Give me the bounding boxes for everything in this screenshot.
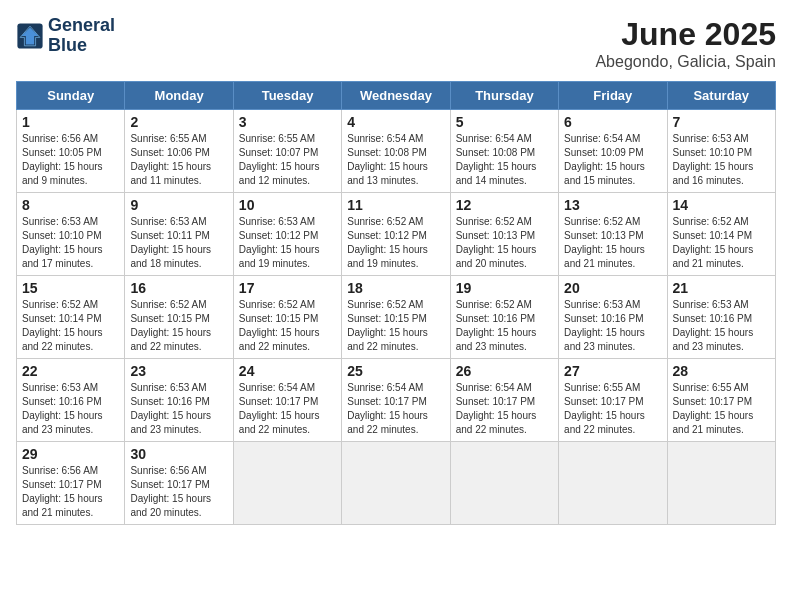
table-row: 24Sunrise: 6:54 AMSunset: 10:17 PMDaylig… [233,359,341,442]
day-info: Sunrise: 6:52 AMSunset: 10:15 PMDaylight… [239,298,336,354]
day-number: 9 [130,197,227,213]
day-info: Sunrise: 6:54 AMSunset: 10:08 PMDaylight… [347,132,444,188]
day-info: Sunrise: 6:55 AMSunset: 10:17 PMDaylight… [564,381,661,437]
day-number: 4 [347,114,444,130]
table-row: 18Sunrise: 6:52 AMSunset: 10:15 PMDaylig… [342,276,450,359]
table-row: 14Sunrise: 6:52 AMSunset: 10:14 PMDaylig… [667,193,775,276]
table-row: 30Sunrise: 6:56 AMSunset: 10:17 PMDaylig… [125,442,233,525]
col-friday: Friday [559,82,667,110]
day-number: 24 [239,363,336,379]
day-info: Sunrise: 6:56 AMSunset: 10:05 PMDaylight… [22,132,119,188]
table-row: 16Sunrise: 6:52 AMSunset: 10:15 PMDaylig… [125,276,233,359]
table-row: 13Sunrise: 6:52 AMSunset: 10:13 PMDaylig… [559,193,667,276]
table-row: 6Sunrise: 6:54 AMSunset: 10:09 PMDayligh… [559,110,667,193]
day-info: Sunrise: 6:52 AMSunset: 10:15 PMDaylight… [130,298,227,354]
col-monday: Monday [125,82,233,110]
location-title: Abegondo, Galicia, Spain [595,53,776,71]
table-row: 27Sunrise: 6:55 AMSunset: 10:17 PMDaylig… [559,359,667,442]
table-row: 7Sunrise: 6:53 AMSunset: 10:10 PMDayligh… [667,110,775,193]
day-info: Sunrise: 6:52 AMSunset: 10:15 PMDaylight… [347,298,444,354]
logo-icon [16,22,44,50]
table-row: 4Sunrise: 6:54 AMSunset: 10:08 PMDayligh… [342,110,450,193]
day-info: Sunrise: 6:53 AMSunset: 10:16 PMDaylight… [564,298,661,354]
day-info: Sunrise: 6:54 AMSunset: 10:09 PMDaylight… [564,132,661,188]
table-row: 2Sunrise: 6:55 AMSunset: 10:06 PMDayligh… [125,110,233,193]
day-info: Sunrise: 6:54 AMSunset: 10:08 PMDaylight… [456,132,553,188]
table-row: 9Sunrise: 6:53 AMSunset: 10:11 PMDayligh… [125,193,233,276]
calendar-table: Sunday Monday Tuesday Wednesday Thursday… [16,81,776,525]
day-info: Sunrise: 6:54 AMSunset: 10:17 PMDaylight… [347,381,444,437]
day-info: Sunrise: 6:53 AMSunset: 10:16 PMDaylight… [673,298,770,354]
day-number: 26 [456,363,553,379]
day-number: 13 [564,197,661,213]
table-row [667,442,775,525]
day-number: 20 [564,280,661,296]
month-title: June 2025 [595,16,776,53]
day-number: 16 [130,280,227,296]
table-row [559,442,667,525]
day-info: Sunrise: 6:56 AMSunset: 10:17 PMDaylight… [22,464,119,520]
day-number: 12 [456,197,553,213]
table-row: 20Sunrise: 6:53 AMSunset: 10:16 PMDaylig… [559,276,667,359]
day-info: Sunrise: 6:52 AMSunset: 10:13 PMDaylight… [456,215,553,271]
table-row: 29Sunrise: 6:56 AMSunset: 10:17 PMDaylig… [17,442,125,525]
day-number: 7 [673,114,770,130]
day-info: Sunrise: 6:53 AMSunset: 10:11 PMDaylight… [130,215,227,271]
day-info: Sunrise: 6:55 AMSunset: 10:07 PMDaylight… [239,132,336,188]
logo: General Blue [16,16,115,56]
day-number: 15 [22,280,119,296]
day-info: Sunrise: 6:53 AMSunset: 10:16 PMDaylight… [130,381,227,437]
day-number: 18 [347,280,444,296]
header: General Blue June 2025 Abegondo, Galicia… [16,16,776,71]
table-row [233,442,341,525]
col-saturday: Saturday [667,82,775,110]
day-number: 2 [130,114,227,130]
table-row [450,442,558,525]
table-row: 15Sunrise: 6:52 AMSunset: 10:14 PMDaylig… [17,276,125,359]
day-info: Sunrise: 6:52 AMSunset: 10:14 PMDaylight… [673,215,770,271]
table-row: 5Sunrise: 6:54 AMSunset: 10:08 PMDayligh… [450,110,558,193]
header-row: Sunday Monday Tuesday Wednesday Thursday… [17,82,776,110]
day-number: 5 [456,114,553,130]
day-number: 11 [347,197,444,213]
title-block: June 2025 Abegondo, Galicia, Spain [595,16,776,71]
day-number: 17 [239,280,336,296]
day-number: 29 [22,446,119,462]
day-info: Sunrise: 6:53 AMSunset: 10:10 PMDaylight… [22,215,119,271]
table-row: 11Sunrise: 6:52 AMSunset: 10:12 PMDaylig… [342,193,450,276]
day-info: Sunrise: 6:55 AMSunset: 10:06 PMDaylight… [130,132,227,188]
day-number: 21 [673,280,770,296]
logo-text: General Blue [48,16,115,56]
day-info: Sunrise: 6:53 AMSunset: 10:12 PMDaylight… [239,215,336,271]
table-row: 23Sunrise: 6:53 AMSunset: 10:16 PMDaylig… [125,359,233,442]
col-thursday: Thursday [450,82,558,110]
day-number: 6 [564,114,661,130]
day-number: 25 [347,363,444,379]
table-row: 17Sunrise: 6:52 AMSunset: 10:15 PMDaylig… [233,276,341,359]
table-row: 10Sunrise: 6:53 AMSunset: 10:12 PMDaylig… [233,193,341,276]
day-info: Sunrise: 6:52 AMSunset: 10:12 PMDaylight… [347,215,444,271]
table-row [342,442,450,525]
col-tuesday: Tuesday [233,82,341,110]
day-info: Sunrise: 6:52 AMSunset: 10:14 PMDaylight… [22,298,119,354]
table-row: 28Sunrise: 6:55 AMSunset: 10:17 PMDaylig… [667,359,775,442]
day-number: 8 [22,197,119,213]
day-number: 30 [130,446,227,462]
day-info: Sunrise: 6:52 AMSunset: 10:16 PMDaylight… [456,298,553,354]
day-number: 22 [22,363,119,379]
table-row: 1Sunrise: 6:56 AMSunset: 10:05 PMDayligh… [17,110,125,193]
day-number: 19 [456,280,553,296]
day-number: 14 [673,197,770,213]
day-info: Sunrise: 6:52 AMSunset: 10:13 PMDaylight… [564,215,661,271]
table-row: 25Sunrise: 6:54 AMSunset: 10:17 PMDaylig… [342,359,450,442]
day-number: 1 [22,114,119,130]
day-info: Sunrise: 6:54 AMSunset: 10:17 PMDaylight… [239,381,336,437]
day-info: Sunrise: 6:56 AMSunset: 10:17 PMDaylight… [130,464,227,520]
day-number: 23 [130,363,227,379]
day-info: Sunrise: 6:53 AMSunset: 10:10 PMDaylight… [673,132,770,188]
day-number: 28 [673,363,770,379]
day-info: Sunrise: 6:53 AMSunset: 10:16 PMDaylight… [22,381,119,437]
day-number: 27 [564,363,661,379]
table-row: 3Sunrise: 6:55 AMSunset: 10:07 PMDayligh… [233,110,341,193]
day-number: 3 [239,114,336,130]
